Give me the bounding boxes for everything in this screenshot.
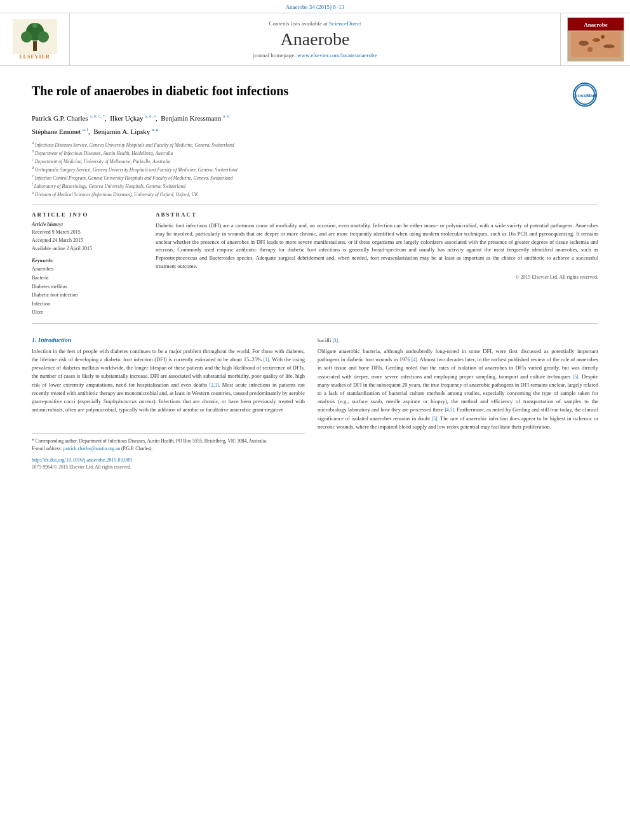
article-info-heading: ARTICLE INFO (32, 211, 143, 218)
author-kressmann: Benjamin Kressmann (161, 114, 221, 122)
author-uckay-sups: a, d, e (145, 114, 156, 119)
author-charles: Patrick G.P. Charles (32, 114, 88, 122)
history-label: Article history: (32, 222, 143, 227)
svg-rect-9 (571, 32, 620, 57)
ref-5: [5] (573, 374, 579, 380)
authors-line-1: Patrick G.P. Charles a, b, c, *, Ilker U… (32, 113, 598, 124)
affiliation-c: c Department of Medicine, University of … (32, 157, 598, 165)
journal-homepage-link[interactable]: www.elsevier.com/locate/anaerobe (297, 52, 377, 58)
doi-section: http://dx.doi.org/10.1016/j.anaerobe.201… (32, 456, 305, 463)
article-title: The role of anaerobes in diabetic foot i… (32, 83, 563, 99)
svg-point-4 (37, 31, 49, 43)
journal-homepage-line: journal homepage: www.elsevier.com/locat… (253, 52, 377, 58)
article-title-section: The role of anaerobes in diabetic foot i… (32, 76, 598, 108)
keyword-5: Infection (32, 300, 143, 309)
svg-point-13 (587, 47, 593, 52)
svg-point-3 (21, 31, 32, 43)
body-section: 1. Introduction Infection in the feet of… (32, 337, 598, 470)
footnote-email-link[interactable]: patrick.charles@austin.org.au (64, 446, 120, 451)
svg-point-12 (603, 44, 615, 48)
affiliations-section: a Infectious Diseases Service, Geneva Un… (32, 140, 598, 198)
keywords-label: Keywords: (32, 258, 143, 263)
keyword-2: Bacteria (32, 274, 143, 283)
available-date: Available online 2 April 2015 (32, 245, 143, 253)
crossmark-icon: CrossMark (573, 83, 597, 107)
journal-cover-thumbnail: Anaerobe (560, 13, 630, 65)
ref-5b: [5] (432, 416, 438, 422)
right-body-column: bacilli [3]. Obligate anaerobic bacteria… (318, 337, 598, 470)
keywords-section: Keywords: Anaerobes Bacteria Diabetes me… (32, 258, 143, 317)
left-body-column: 1. Introduction Infection in the feet of… (32, 337, 305, 470)
separator-1 (32, 204, 598, 205)
issn-line: 1075-9964/© 2015 Elsevier Ltd. All right… (32, 464, 305, 470)
author-lipsky: Benjamin A. Lipsky (93, 128, 150, 135)
bacilli-line: bacilli [3]. (318, 337, 598, 345)
journal-title: Anaerobe (281, 29, 350, 50)
svg-point-10 (579, 41, 589, 46)
keyword-1: Anaerobes (32, 265, 143, 274)
science-direct-link[interactable]: ScienceDirect (329, 20, 361, 27)
keyword-3: Diabetes mellitus (32, 283, 143, 291)
journal-header: ELSEVIER Contents lists available at Sci… (0, 13, 630, 66)
abstract-column: ABSTRACT Diabetic foot infections (DFI) … (156, 211, 598, 317)
elsevier-logo: ELSEVIER (0, 13, 70, 65)
abstract-text: Diabetic foot infections (DFI) are a com… (156, 222, 598, 270)
footnote-section: * Corresponding author. Department of In… (32, 433, 305, 452)
svg-point-14 (601, 35, 605, 39)
ref-4-5: [4,5] (445, 407, 454, 413)
svg-point-5 (32, 23, 37, 28)
science-direct-line: Contents lists available at ScienceDirec… (269, 20, 361, 27)
affiliation-a: a Infectious Diseases Service, Geneva Un… (32, 140, 598, 149)
ref-2-3: [2,3] (210, 382, 218, 388)
separator-2 (32, 323, 598, 324)
svg-rect-1 (33, 41, 37, 51)
svg-text:Anaerobe: Anaerobe (584, 22, 607, 28)
author-kressmann-sups: a, d (223, 114, 229, 119)
article-info-column: ARTICLE INFO Article history: Received 9… (32, 211, 143, 317)
elsevier-brand-label: ELSEVIER (19, 54, 50, 60)
copyright-line: © 2015 Elsevier Ltd. All rights reserved… (156, 274, 598, 280)
affiliation-e: e Infection Control Program, Geneva Univ… (32, 173, 598, 182)
abstract-heading: ABSTRACT (156, 211, 598, 218)
affiliation-b: b Department of Infectious Diseases, Aus… (32, 149, 598, 157)
authors-line-2: Stéphane Emonet a, f, Benjamin A. Lipsky… (32, 126, 598, 137)
journal-cover-image: Anaerobe (567, 17, 624, 62)
crossmark-badge: CrossMark (573, 83, 598, 108)
keyword-4: Diabetic foot infection (32, 291, 143, 300)
affiliation-d: d Orthopaedic Surgery Service, Geneva Un… (32, 165, 598, 173)
affiliation-f: f Laboratory of Bacteriology, Geneva Uni… (32, 182, 598, 190)
svg-text:CrossMark: CrossMark (574, 93, 596, 98)
received-date: Received 9 March 2015 (32, 229, 143, 237)
author-charles-sups: a, b, c, * (90, 114, 105, 119)
ref-4: [4] (412, 357, 417, 363)
journal-reference: Anaerobe 34 (2015) 8–13 (0, 0, 630, 13)
article-info-abstract: ARTICLE INFO Article history: Received 9… (32, 211, 598, 317)
main-content: The role of anaerobes in diabetic foot i… (0, 66, 630, 483)
author-lipsky-sups: a, g (152, 127, 158, 132)
ref-1: [1] (264, 357, 269, 363)
author-emonet-sups: a, f (83, 127, 88, 132)
introduction-heading: 1. Introduction (32, 337, 305, 343)
intro-paragraph-2: Obligate anaerobic bacteria, although un… (318, 347, 598, 431)
affiliation-g: g Division of Medical Sciences (Infectio… (32, 190, 598, 198)
footnote-email: E-mail address: patrick.charles@austin.o… (32, 445, 305, 452)
ref-3: [3] (332, 338, 338, 343)
journal-title-area: Contents lists available at ScienceDirec… (70, 13, 560, 65)
elsevier-tree-graphic (13, 19, 57, 54)
keyword-6: Ulcer (32, 308, 143, 317)
svg-point-11 (593, 38, 600, 42)
intro-paragraph-1: Infection in the feet of people with dia… (32, 347, 305, 414)
footnote-asterisk: * Corresponding author. Department of In… (32, 437, 305, 444)
author-uckay: Ilker Uçkay (110, 114, 143, 122)
accepted-date: Accepted 24 March 2015 (32, 237, 143, 245)
doi-link[interactable]: http://dx.doi.org/10.1016/j.anaerobe.201… (32, 457, 131, 463)
author-emonet: Stéphane Emonet (32, 128, 81, 135)
footnote-email-author: (P.G.P. Charles). (121, 446, 152, 451)
